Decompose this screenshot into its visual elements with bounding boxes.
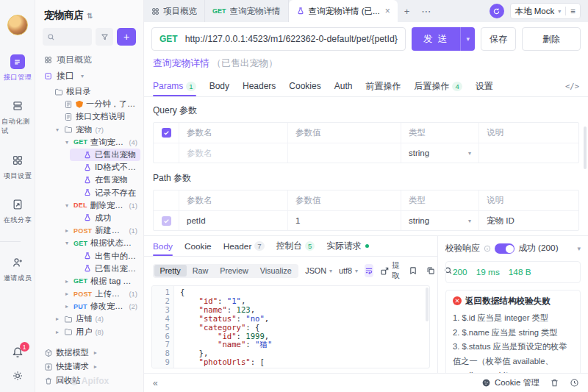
send-button[interactable]: 发 送 ▾ [412, 27, 475, 51]
response-tab-cookie[interactable]: Cookie [184, 236, 212, 256]
new-tab-button[interactable]: + [398, 6, 417, 17]
settings-button[interactable] [12, 370, 24, 382]
copy-button[interactable] [426, 266, 435, 275]
close-icon[interactable]: × [385, 6, 390, 16]
delete-button[interactable]: 删除 [522, 27, 581, 51]
tree-item[interactable]: ID格式不正确 [35, 161, 143, 174]
mode-preview[interactable]: Preview [214, 265, 254, 277]
tree-item[interactable]: ▸POST上传宠物图片(1) [35, 288, 143, 300]
notifications-button[interactable]: 1 [12, 346, 24, 358]
request-tab-设置[interactable]: 设置 [476, 76, 493, 96]
response-tab-body[interactable]: Body [153, 236, 173, 256]
request-tab-body[interactable]: Body [209, 76, 229, 96]
tree-item[interactable]: ▸POST新建宠物信息(1) [35, 224, 143, 237]
tab-more-button[interactable]: ⋯ [417, 6, 436, 17]
project-switcher[interactable]: 宠物商店 ⇅ [35, 0, 143, 28]
rail-item-api-manage[interactable]: 接口管理 [0, 54, 35, 82]
word-wrap-button[interactable] [365, 264, 373, 277]
tree-item[interactable]: ▸GET根据 tag 查找宠物列... [35, 275, 143, 288]
sidebar-item-api[interactable]: 接口 ▾ [35, 68, 143, 84]
method-tag: POST [74, 227, 92, 235]
tree-item[interactable]: 一分钟，了解 Apifox! [35, 98, 143, 110]
response-tab-header[interactable]: Header7 [223, 236, 265, 256]
tree-item[interactable]: ▸用户(8) [35, 326, 143, 338]
response-tab-控制台[interactable]: 控制台5 [276, 236, 315, 256]
collapse-sidebar-button[interactable]: « [153, 378, 158, 388]
param-desc-cell[interactable] [478, 143, 578, 163]
param-value-cell[interactable]: 1 [287, 211, 401, 230]
item-count: (1) [129, 290, 137, 298]
doc-tab[interactable]: GET查询宠物详情 [205, 0, 289, 22]
tree-item[interactable]: 根目录 [35, 85, 143, 98]
request-tab-headers[interactable]: Headers [243, 76, 276, 96]
response-tab-实际请求[interactable]: 实际请求 [326, 236, 368, 256]
sidebar-item-cube[interactable]: 数据模型▸ [35, 346, 143, 360]
rail-item-automation[interactable]: 自动化测试 [0, 99, 35, 137]
response-body-code[interactable]: 1234567891011121314 { "id": "1", "name":… [151, 285, 430, 368]
scrollbar[interactable] [426, 288, 429, 321]
search-input[interactable] [43, 28, 92, 46]
mode-visualize[interactable]: Visualize [254, 265, 298, 277]
tree-item[interactable]: 已售出宠物列表 [35, 263, 143, 275]
encoding-select[interactable]: utf8▾ [339, 266, 358, 275]
tree-item[interactable]: ▾GET查询宠物详情(4) [35, 136, 143, 149]
tree-item[interactable]: 在售宠物 [35, 174, 143, 186]
tree-item[interactable]: ▾DEL删除宠物信息(1) [35, 199, 143, 212]
scrollbar[interactable] [584, 126, 587, 169]
rail-item-share[interactable]: 在线分享 [0, 197, 35, 225]
doc-tab[interactable]: 项目概览 [144, 0, 205, 22]
chevron-down-icon: ▾ [468, 150, 471, 157]
sidebar-item-bolt[interactable]: 快捷请求▸ [35, 360, 143, 374]
tree-item[interactable]: 接口文档说明 [35, 110, 143, 123]
validate-toggle[interactable] [495, 243, 514, 254]
column-header: 类型 [401, 190, 478, 210]
extract-button[interactable]: 提取 [380, 260, 400, 281]
cookie-manager-button[interactable]: Cookie 管理 [481, 377, 539, 388]
save-button[interactable]: 保存 [481, 27, 516, 51]
param-type-select[interactable]: string▾ [401, 143, 478, 163]
tree-item[interactable]: ▾宠物(7) [35, 124, 143, 136]
generate-code-icon[interactable]: </> [565, 82, 579, 90]
tree-item[interactable]: 已售出宠物 [35, 149, 143, 161]
recycle-button[interactable] [550, 378, 559, 388]
doc-tab[interactable]: 查询宠物详情 (已...× [289, 0, 398, 22]
add-button[interactable]: + [117, 28, 136, 46]
save-response-button[interactable] [409, 266, 417, 275]
tree-item[interactable]: ▸PUT修改宠物信息(2) [35, 300, 143, 313]
param-name-cell[interactable]: petId [179, 211, 287, 230]
tab-badge: 4 [452, 82, 462, 91]
mode-raw[interactable]: Raw [187, 265, 215, 277]
tree-item[interactable]: ▸店铺(4) [35, 313, 143, 325]
send-options-button[interactable]: ▾ [460, 27, 475, 51]
sidebar-item-overview[interactable]: 项目概览 [35, 51, 143, 68]
sync-button[interactable] [490, 4, 504, 18]
request-tab-cookies[interactable]: Cookies [289, 76, 320, 96]
menu-button[interactable]: ≡ [565, 7, 580, 15]
avatar[interactable] [7, 15, 28, 35]
param-name-cell[interactable]: 参数名 [179, 143, 287, 163]
rail-item-invite[interactable]: 邀请成员 [0, 255, 35, 283]
format-select[interactable]: JSON▾ [305, 266, 332, 275]
environment-select[interactable]: 本地 Mock▾ ≡ [510, 3, 581, 19]
checkbox-checked[interactable] [162, 128, 171, 138]
tree-item[interactable]: 出售中的宠物列表 [35, 249, 143, 262]
history-button[interactable] [570, 378, 579, 388]
tree-item[interactable]: 成功 [35, 212, 143, 224]
url-input[interactable]: GET http://127.0.0.1:4523/m1/622362-0-de… [151, 27, 406, 51]
chevron-down-icon[interactable]: ▾ [577, 245, 581, 252]
filter-button[interactable] [96, 28, 113, 46]
sidebar-item-trash[interactable]: 回收站 [35, 374, 143, 388]
request-tab-前置操作[interactable]: 前置操作 [365, 76, 401, 96]
param-desc-cell[interactable]: 宠物 ID [478, 211, 578, 230]
param-type-select[interactable]: string▾ [401, 211, 478, 230]
mode-pretty[interactable]: Pretty [154, 265, 187, 277]
tree-item[interactable]: 记录不存在 [35, 187, 143, 199]
schema-error-title: 返回数据结构校验失败 [465, 296, 551, 307]
request-tab-后置操作[interactable]: 后置操作4 [414, 76, 462, 96]
tree-item[interactable]: ▾GET根据状态查找宠物列... [35, 237, 143, 249]
request-tab-params[interactable]: Params1 [153, 76, 196, 96]
param-value-cell[interactable] [287, 143, 401, 163]
checkbox-checked[interactable] [162, 216, 171, 226]
rail-item-project-settings[interactable]: 项目设置 [0, 153, 35, 181]
request-tab-auth[interactable]: Auth [334, 76, 353, 96]
